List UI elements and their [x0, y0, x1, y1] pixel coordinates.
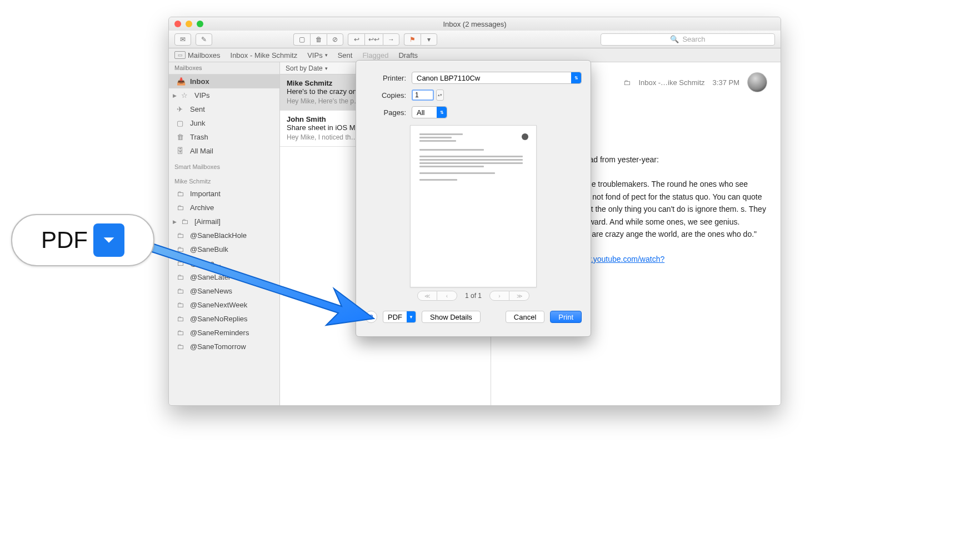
inbox-icon: 📥 — [177, 77, 186, 86]
page-next-button[interactable]: › — [489, 291, 509, 301]
page-first-button[interactable]: ≪ — [417, 291, 437, 301]
pdf-callout-label: PDF — [41, 227, 88, 253]
chevron-down-icon — [93, 223, 124, 257]
junk-button[interactable]: ⊘ — [327, 33, 343, 46]
sidebar-folder[interactable]: 🗀@Sane… — [169, 256, 279, 270]
sidebar-folder[interactable]: 🗀@SaneNews — [169, 284, 279, 298]
search-icon: 🔍 — [670, 35, 679, 43]
folder-icon: 🗀 — [177, 301, 186, 309]
sidebar: Mailboxes 📥 Inbox ▶ ☆ VIPs ✈Sent ▢Junk 🗑… — [169, 62, 280, 405]
help-button[interactable]: ? — [365, 311, 377, 323]
show-details-button[interactable]: Show Details — [422, 311, 481, 323]
sidebar-folder[interactable]: ▶🗀[Airmail] — [169, 215, 279, 228]
folder-icon: 🗀 — [177, 329, 186, 337]
page-indicator: 1 of 1 — [465, 292, 482, 300]
folder-icon: 🗀 — [177, 190, 186, 198]
page-last-button[interactable]: ≫ — [509, 291, 529, 301]
printer-label: Printer: — [365, 74, 412, 82]
sidebar-item-inbox[interactable]: 📥 Inbox — [169, 74, 279, 88]
reply-button[interactable]: ↩ — [348, 33, 364, 46]
toolbar: ✉ ✎ ▢ 🗑 ⊘ ↩ ↩↩ → ⚑ ▾ 🔍 Search — [169, 31, 781, 48]
pages-label: Pages: — [365, 108, 412, 117]
sidebar-folder[interactable]: 🗀@SaneBulk — [169, 242, 279, 256]
pdf-callout: PDF — [11, 214, 154, 266]
sidebar-item-vips[interactable]: ▶ ☆ VIPs — [169, 88, 279, 102]
compose-button[interactable]: ✎ — [196, 33, 212, 46]
folder-icon: 🗀 — [177, 342, 186, 351]
sidebar-item-trash[interactable]: 🗑Trash — [169, 130, 279, 144]
folder-icon: 🗀 — [177, 259, 186, 267]
copies-stepper[interactable]: ▴▾ — [436, 89, 444, 101]
allmail-icon: 🗄 — [177, 147, 186, 155]
chevron-down-icon: ▾ — [325, 66, 328, 71]
print-button[interactable]: Print — [550, 311, 582, 323]
folder-icon: 🗀 — [177, 231, 186, 240]
flag-button[interactable]: ⚑ — [404, 33, 421, 46]
titlebar: Inbox (2 messages) — [169, 17, 781, 31]
copies-label: Copies: — [365, 91, 412, 100]
delete-button[interactable]: 🗑 — [310, 33, 327, 46]
disclosure-triangle-icon[interactable]: ▶ — [172, 219, 177, 225]
mailboxes-toggle[interactable]: ▭Mailboxes — [174, 51, 221, 59]
avatar — [747, 72, 767, 92]
sidebar-smart-header: Smart Mailboxes — [169, 158, 279, 172]
folder-icon: 🗀 — [177, 245, 186, 253]
print-pager: ≪ ‹ 1 of 1 › ≫ — [365, 291, 582, 301]
sidebar-folder[interactable]: 🗀@SaneBlackHole — [169, 228, 279, 242]
search-input[interactable]: 🔍 Search — [601, 33, 775, 46]
reply-all-button[interactable]: ↩↩ — [364, 33, 383, 46]
fav-drafts[interactable]: Drafts — [398, 51, 418, 59]
disclosure-triangle-icon[interactable]: ▶ — [172, 93, 177, 98]
chevron-down-icon: ▼ — [407, 311, 416, 322]
folder-icon: 🗀 — [177, 287, 186, 295]
fav-inbox[interactable]: Inbox - Mike Schmitz — [231, 51, 298, 59]
sidebar-folder[interactable]: 🗀@SaneNextWeek — [169, 298, 279, 312]
sidebar-header: Mailboxes — [169, 62, 279, 74]
sidebar-folder[interactable]: 🗀@SaneReminders — [169, 326, 279, 340]
folder-icon: 🗀 — [177, 315, 186, 323]
sidebar-item-sent[interactable]: ✈Sent — [169, 102, 279, 116]
folder-icon: 🗀 — [177, 273, 186, 281]
fav-sent[interactable]: Sent — [338, 51, 353, 59]
print-preview — [410, 125, 537, 287]
trash-icon: 🗑 — [177, 133, 186, 141]
folder-icon: 🗀 — [623, 78, 631, 87]
sidebar-account-header: Mike Schmitz — [169, 172, 279, 187]
forward-button[interactable]: → — [383, 33, 399, 46]
sidebar-folder[interactable]: 🗀@SaneLater — [169, 270, 279, 284]
copies-input[interactable] — [412, 89, 434, 101]
select-arrows-icon: ⇅ — [437, 107, 447, 118]
page-prev-button[interactable]: ‹ — [437, 291, 457, 301]
pdf-dropdown-button[interactable]: PDF ▼ — [383, 311, 416, 323]
avatar — [522, 133, 528, 140]
folder-icon: 🗀 — [177, 203, 186, 212]
window-title: Inbox (2 messages) — [169, 20, 781, 28]
sidebar-item-junk[interactable]: ▢Junk — [169, 116, 279, 130]
sent-icon: ✈ — [177, 105, 186, 113]
junk-icon: ▢ — [177, 119, 186, 127]
flag-dropdown[interactable]: ▾ — [421, 33, 437, 46]
star-icon: ☆ — [181, 91, 190, 100]
folder-icon: 🗀 — [181, 217, 190, 226]
fav-flagged[interactable]: Flagged — [362, 51, 388, 59]
print-dialog: Printer: Canon LBP7110Cw ⇅ Copies: ▴▾ Pa… — [356, 60, 591, 337]
sidebar-folder[interactable]: 🗀@SaneTomorrow — [169, 340, 279, 354]
cancel-button[interactable]: Cancel — [506, 311, 544, 323]
fav-vips[interactable]: VIPs ▾ — [307, 51, 327, 59]
printer-select[interactable]: Canon LBP7110Cw ⇅ — [412, 72, 582, 84]
sidebar-folder[interactable]: 🗀Important — [169, 187, 279, 201]
archive-button[interactable]: ▢ — [293, 33, 310, 46]
sidebar-folder[interactable]: 🗀Archive — [169, 201, 279, 215]
sidebar-folder[interactable]: 🗀@SaneNoReplies — [169, 312, 279, 326]
select-arrows-icon: ⇅ — [571, 72, 581, 83]
pages-select[interactable]: All ⇅ — [412, 106, 447, 118]
get-mail-button[interactable]: ✉ — [174, 33, 191, 46]
sidebar-item-allmail[interactable]: 🗄All Mail — [169, 144, 279, 158]
